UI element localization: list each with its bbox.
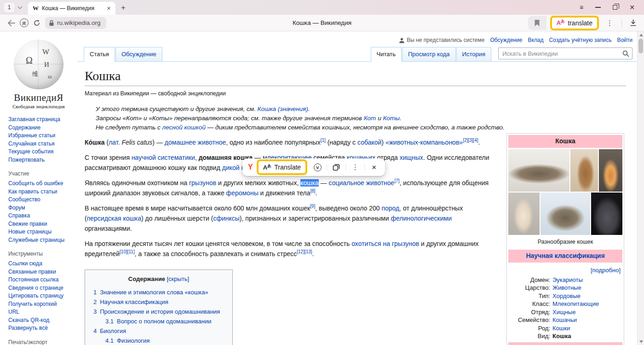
rank-value[interactable]: Кошки	[552, 324, 622, 333]
sidebar-link[interactable]: Развернуть всё	[8, 324, 68, 333]
toc-item[interactable]: 3Происхождение и история одомашнивания	[93, 307, 224, 316]
new-tab-button[interactable]: +	[121, 4, 126, 12]
voice-button[interactable]: V	[311, 161, 324, 174]
details-link[interactable]: [подробно]	[591, 267, 621, 274]
sidebar-link[interactable]: Сообщить об ошибке	[8, 180, 68, 188]
reference-link[interactable]: [12][13]	[297, 249, 312, 254]
inline-link[interactable]: фелинологическими	[391, 215, 452, 222]
sidebar-link[interactable]: Заглавная страница	[8, 116, 68, 124]
sidebar-link[interactable]: Постоянная ссылка	[8, 276, 68, 284]
tab-close-icon[interactable]: ✕	[107, 6, 111, 12]
inline-link[interactable]: персидская кошка	[87, 215, 141, 222]
sidebar-link[interactable]: Избранные статьи	[8, 132, 68, 140]
inline-link[interactable]: хищных	[400, 154, 423, 161]
cat-photo[interactable]	[570, 149, 598, 192]
personal-link-contributions[interactable]: Вклад	[528, 37, 543, 43]
tab-read[interactable]: Читать	[371, 47, 402, 61]
reference-link[interactable]: [1]	[321, 138, 326, 143]
inline-link[interactable]: Кошка (значения)	[258, 105, 308, 112]
yandex-home-button[interactable]: Я	[17, 17, 30, 29]
inline-link[interactable]: грызунов	[189, 179, 216, 187]
downloads-button[interactable]	[627, 17, 639, 29]
sidebar-link[interactable]: Свежие правки	[8, 220, 68, 228]
reference-link[interactable]: [9]	[310, 204, 315, 209]
sidebar-link[interactable]: Случайная статья	[8, 140, 68, 148]
rank-value[interactable]: Хищные	[552, 308, 622, 316]
bookmark-button[interactable]	[528, 16, 546, 30]
inline-link[interactable]: Коты	[383, 115, 400, 122]
address-bar[interactable]: ru.wikipedia.org	[45, 17, 106, 29]
search-icon[interactable]	[622, 50, 629, 57]
popup-close-button[interactable]: ✕	[368, 161, 380, 174]
reference-link[interactable]: [8]	[310, 188, 315, 193]
inline-link[interactable]: Кот	[364, 115, 376, 122]
sidebar-link[interactable]: Цитировать страницу	[8, 292, 68, 300]
popup-more-button[interactable]: ⋮	[349, 161, 362, 174]
toolbar-translate-button[interactable]: Aあ translate	[552, 18, 597, 29]
sidebar-link[interactable]: Сведения о странице	[8, 284, 68, 292]
sidebar-link[interactable]: Пожертвовать	[8, 156, 68, 164]
restore-window-icon[interactable]	[613, 5, 617, 10]
toc-item[interactable]: 1Значение и этимология слова «кошка»	[93, 287, 224, 297]
tab-view-source[interactable]: Просмотр кода	[402, 47, 456, 61]
inline-link[interactable]: сфинксы	[213, 215, 239, 222]
back-button[interactable]	[5, 17, 17, 29]
tab-article[interactable]: Статья	[84, 47, 115, 61]
menu-icon[interactable]: ≡	[580, 4, 583, 11]
sidebar-link[interactable]: Ссылки сюда	[8, 260, 68, 268]
inline-link[interactable]: научной систематики	[132, 154, 195, 161]
personal-link-talk[interactable]: Обсуждение	[490, 37, 522, 43]
toc-item[interactable]: 3.1Вопрос о полном одомашнивании	[93, 316, 224, 326]
scroll-up-button[interactable]	[638, 31, 644, 38]
rank-value[interactable]: Кошачьи	[552, 316, 622, 324]
rank-value[interactable]: Животные	[552, 284, 622, 292]
toc-hide-link[interactable]: [скрыть]	[167, 275, 190, 282]
rank-value[interactable]: Млекопитающие	[552, 300, 622, 308]
inline-link[interactable]: «животных-компаньонов»	[385, 139, 463, 146]
sidebar-link[interactable]: Скачать QR-код	[8, 316, 68, 325]
personal-link-login[interactable]: Войти	[617, 37, 632, 43]
reference-link[interactable]: [2][3][4]	[463, 138, 478, 143]
toc-item[interactable]: 4Биология	[93, 326, 224, 336]
sidebar-link[interactable]: Сообщество	[8, 196, 68, 204]
page-scrollbar[interactable]	[637, 31, 644, 345]
search-input[interactable]	[502, 50, 622, 57]
yandex-search-button[interactable]: Y	[248, 163, 253, 171]
sidebar-link[interactable]: Новые страницы	[8, 228, 68, 236]
sidebar-link[interactable]: Справка	[8, 212, 68, 220]
sidebar-link[interactable]: Служебные страницы	[8, 236, 68, 245]
reference-link[interactable]: [10][11]	[120, 249, 135, 254]
minimize-icon[interactable]	[595, 7, 601, 8]
cat-photo[interactable]	[508, 149, 569, 192]
close-window-icon[interactable]: ✕	[629, 4, 635, 11]
inline-link[interactable]: социальное животное	[329, 179, 395, 187]
inline-link[interactable]: собакой	[357, 139, 381, 146]
inline-link[interactable]: феромоны	[226, 189, 259, 197]
tab-history[interactable]: История	[456, 47, 491, 61]
cat-photo[interactable]	[540, 193, 590, 235]
classification-header[interactable]: Научная классификация	[508, 250, 622, 263]
tab-discussion[interactable]: Обсуждение	[115, 47, 162, 61]
sidebar-link[interactable]: Как править статьи	[8, 188, 68, 196]
scroll-down-button[interactable]	[638, 338, 644, 345]
toc-item[interactable]: 2Научная классификация	[93, 297, 224, 307]
tab-counter-button[interactable]: 1	[4, 2, 15, 12]
cat-photo[interactable]	[599, 149, 622, 192]
cat-photo[interactable]	[508, 193, 540, 235]
sidebar-link[interactable]: Связанные правки	[8, 268, 68, 276]
popup-translate-button[interactable]: Aあ Translate	[259, 161, 305, 173]
sidebar-link[interactable]: Форум	[8, 204, 68, 212]
cat-photo[interactable]	[591, 193, 622, 235]
scrollbar-thumb[interactable]	[638, 39, 643, 53]
reference-link[interactable]: [7]	[394, 178, 399, 183]
inline-link[interactable]: лат.	[109, 139, 120, 146]
inline-link[interactable]: домашнее животное	[165, 139, 226, 146]
sidebar-link[interactable]: Содержание	[8, 124, 68, 132]
rank-value[interactable]: Эукариоты	[552, 276, 622, 284]
rank-value[interactable]: Хордовые	[552, 292, 622, 300]
sidebar-link[interactable]: Текущие события	[8, 148, 68, 156]
toc-item[interactable]: 4.1Физиология	[93, 336, 224, 345]
wiki-search-box[interactable]	[498, 47, 632, 59]
sidebar-link[interactable]: Получить короткий URL	[8, 300, 68, 316]
personal-link-create-account[interactable]: Создать учётную запись	[549, 37, 611, 43]
